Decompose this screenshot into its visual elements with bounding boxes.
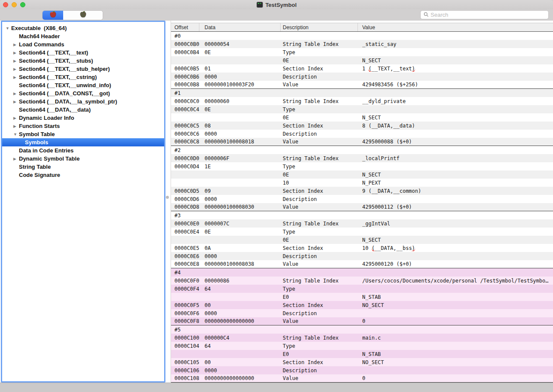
cell-offset: 0000C0B8 [171,82,199,88]
disclosure-collapsed-icon[interactable]: ▶ [13,59,19,63]
table-row[interactable]: 0000C0F60000Description [171,309,553,317]
group-header-row[interactable]: #0 [171,32,553,40]
table-row[interactable]: 0000C0C000000060String Table Index__dyld… [171,97,553,105]
close-button[interactable] [3,2,8,7]
column-header-offset[interactable]: Offset [171,23,199,31]
cell-value: N_STAB [358,351,553,357]
disclosure-collapsed-icon[interactable]: ▶ [13,91,19,96]
sidebar-item-15[interactable]: Data in Code Entries [2,146,164,155]
disclosure-collapsed-icon[interactable]: ▶ [13,157,19,161]
table-row[interactable]: 0000C1060000Description [171,366,553,374]
cell-description: E0 [281,351,358,357]
cell-offset: 0000C0F4 [171,286,199,292]
table-row[interactable]: 0EN_SECT [171,170,553,179]
group-header-row[interactable]: #1 [171,89,553,97]
table-row[interactable]: 0000C0C80000000100008018Value4295000088 … [171,138,553,146]
sidebar-item-label: Symbols [25,139,48,146]
cell-value: _localPrintf [358,155,553,161]
sidebar-item-13[interactable]: ▼Symbol Table [2,130,164,138]
group-header-row[interactable]: #5 [171,325,553,334]
table-row[interactable]: 0000C0F500Section IndexNO_SECT [171,301,553,309]
cell-description: Description [281,131,358,137]
minimize-button[interactable] [12,2,17,7]
cell-offset: 0000C0F0 [171,278,199,284]
table-row[interactable]: 0000C0E60000Description [171,252,553,260]
tab-arch-selected[interactable] [43,11,63,20]
search-input[interactable]: Search [420,10,549,19]
sidebar-item-16[interactable]: ▶Dynamic Symbol Table [2,155,164,163]
cell-data: 0000000000000000 [199,375,281,381]
table-row[interactable]: 0000C0C40EType [171,105,553,113]
table-row[interactable]: 10N_PEXT [171,179,553,187]
disclosure-collapsed-icon[interactable]: ▶ [13,43,19,47]
sidebar-item-17[interactable]: String Table [2,163,164,171]
sidebar-item-8[interactable]: ▶Section64 (__DATA_CONST,__got) [2,89,164,97]
table-row[interactable]: 0000C0D80000000100008030Value4295000112 … [171,203,553,211]
cell-description: Type [281,286,358,292]
table-row[interactable]: 0000C0E00000007CString Table Index_ggInt… [171,219,553,228]
table-row[interactable]: 0000C0C508Section Index8 (__DATA,__data) [171,122,553,130]
table-row[interactable]: 0000C0B000000054String Table Index_stati… [171,40,553,48]
table-row[interactable]: 0000C0B60000Description [171,73,553,81]
group-header-row[interactable]: #2 [171,146,553,154]
table-row[interactable]: 0EN_SECT [171,113,553,122]
column-header-value[interactable]: Value [358,23,553,31]
disclosure-collapsed-icon[interactable]: ▶ [13,100,19,104]
sidebar-item-5[interactable]: ▶Section64 (__TEXT,__stub_helper) [2,65,164,73]
table-row[interactable]: 0000C10500Section IndexNO_SECT [171,358,553,366]
table-row[interactable]: 0000C0B501Section Index1 (__TEXT,__text) [171,64,553,73]
table-row[interactable]: 0000C0F80000000000000000Value0 [171,317,553,325]
column-header-description[interactable]: Description [281,23,358,31]
cell-data: 1E [199,164,281,170]
table-row[interactable]: 0000C10464Type [171,342,553,350]
disclosure-expanded-icon[interactable]: ▼ [13,132,19,137]
table-row[interactable]: 0000C0B80000000100003F20Value4294983456 … [171,81,553,89]
splitter-handle[interactable] [166,196,169,199]
disclosure-expanded-icon[interactable]: ▼ [6,26,11,30]
sidebar-item-4[interactable]: ▶Section64 (__TEXT,__stubs) [2,57,164,65]
table-row[interactable]: 0000C0B40EType [171,48,553,56]
disclosure-collapsed-icon[interactable]: ▶ [13,116,19,120]
table-row[interactable]: E0N_STAB [171,350,553,358]
sidebar-item-2[interactable]: ▶Load Commands [2,40,164,49]
table-row[interactable]: 0000C0E40EType [171,228,553,236]
sidebar-item-10[interactable]: Section64 (__DATA,__data) [2,106,164,114]
table-row[interactable]: E0N_STAB [171,293,553,301]
cell-data: 0000000100008030 [199,204,281,210]
table-row[interactable]: 0EN_SECT [171,56,553,64]
sidebar-item-12[interactable]: ▶Function Starts [2,122,164,130]
column-header-data[interactable]: Data [199,23,281,31]
table-row[interactable]: 0000C0D509Section Index9 (__DATA,__commo… [171,187,553,195]
sidebar-item-7[interactable]: Section64 (__TEXT,__unwind_info) [2,81,164,89]
disclosure-collapsed-icon[interactable]: ▶ [13,67,19,71]
sidebar-item-3[interactable]: ▶Section64 (__TEXT,__text) [2,49,164,57]
cell-offset: 0000C0C4 [171,106,199,112]
table-row[interactable]: 0EN_SECT [171,236,553,244]
table-row[interactable]: 0000C1080000000000000000Value0 [171,374,553,383]
sidebar-item-0[interactable]: ▼Executable (X86_64) [2,24,164,32]
table-row[interactable]: 0000C0E80000000100008038Value4295000120 … [171,260,553,268]
table-row[interactable]: 0000C100000000C4String Table Indexmain.c [171,334,553,342]
disclosure-collapsed-icon[interactable]: ▶ [13,124,19,128]
sidebar-item-14[interactable]: Symbols [2,138,164,146]
sidebar-item-6[interactable]: ▶Section64 (__TEXT,__cstring) [2,73,164,81]
table-row[interactable]: 0000C0F000000086String Table Index/Users… [171,277,553,285]
disclosure-collapsed-icon[interactable]: ▶ [13,75,19,79]
table-row[interactable]: 0000C0D41EType [171,162,553,170]
table-row[interactable]: 0000C0D60000Description [171,195,553,203]
sidebar-item-9[interactable]: ▶Section64 (__DATA,__la_symbol_ptr) [2,97,164,106]
table-row[interactable]: 0000C0C60000Description [171,130,553,138]
sidebar-item-11[interactable]: ▶Dynamic Loader Info [2,114,164,122]
tab-arch-other[interactable] [63,11,103,20]
cell-description: 0E [281,172,358,178]
zoom-button[interactable] [20,2,25,7]
table-row[interactable]: 0000C0D00000006FString Table Index_local… [171,154,553,162]
sidebar-item-1[interactable]: Mach64 Header [2,32,164,40]
table-row[interactable]: 0000C0E50ASection Index10 (__DATA,__bss) [171,244,553,252]
table-row[interactable]: 0000C0F464Type [171,285,553,293]
disclosure-collapsed-icon[interactable]: ▶ [13,51,19,55]
sidebar-item-18[interactable]: Code Signature [2,171,164,179]
group-header-row[interactable]: #3 [171,211,553,219]
group-header-row[interactable]: #4 [171,268,553,277]
sidebar-item-label: Dynamic Loader Info [19,115,74,121]
